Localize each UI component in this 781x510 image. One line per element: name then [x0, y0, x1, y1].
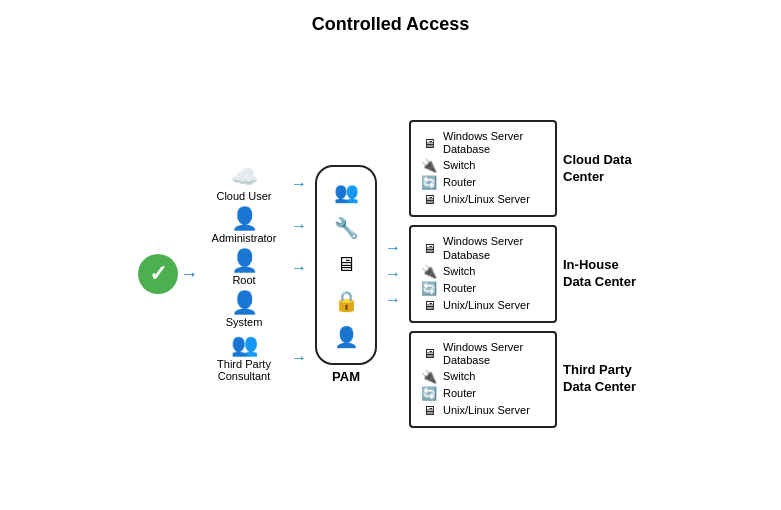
inhouse-dc-row: 🖥 Windows Server Database 🔌 Switch 🔄 Rou… [409, 225, 643, 322]
thirdparty-router-icon: 🔄 [421, 386, 437, 401]
admin-row: 👤 Administrator → [204, 208, 307, 244]
thirdparty-switch-label: Switch [443, 370, 475, 383]
thirdparty-router-label: Router [443, 387, 476, 400]
third-party-label: Third Party Consultant [204, 358, 284, 382]
cloud-dc-box: 🖥 Windows Server Database 🔌 Switch 🔄 Rou… [409, 120, 557, 217]
inhouse-server-label: Windows Server Database [443, 235, 545, 261]
cloud-dc-switch: 🔌 Switch [421, 158, 545, 173]
third-party-row: 👥 Third Party Consultant → [204, 334, 307, 382]
pam-box: 👥 🔧 🖥 🔒 👤 [315, 165, 377, 365]
cloud-user-label: Cloud User [216, 190, 271, 202]
cloud-server-icon: 🖥 [421, 136, 437, 151]
cloud-server-label: Windows Server Database [443, 130, 545, 156]
cloud-dc-row: 🖥 Windows Server Database 🔌 Switch 🔄 Rou… [409, 120, 643, 217]
cloud-user-icon: ☁️ [231, 166, 258, 188]
thirdparty-switch-icon: 🔌 [421, 369, 437, 384]
third-party-icon: 👥 [231, 334, 258, 356]
root-row: 👤 Root → [204, 250, 307, 286]
pam-icon-4: 🔒 [334, 289, 359, 313]
thirdparty-dc-router: 🔄 Router [421, 386, 545, 401]
check-icon: ✓ [138, 254, 178, 294]
cloud-user-block: ☁️ Cloud User [204, 166, 284, 202]
thirdparty-server-label: Windows Server Database [443, 341, 545, 367]
thirdparty-dc-switch: 🔌 Switch [421, 369, 545, 384]
inhouse-unix-icon: 🖥 [421, 298, 437, 313]
thirdparty-dc-name: Third Party Data Center [563, 362, 643, 396]
thirdparty-server-icon: 🖥 [421, 346, 437, 361]
pam-icon-2: 🔧 [334, 216, 359, 240]
inhouse-dc-router: 🔄 Router [421, 281, 545, 296]
system-label: System [226, 316, 263, 328]
data-centers-column: 🖥 Windows Server Database 🔌 Switch 🔄 Rou… [409, 120, 643, 428]
inhouse-dc-switch: 🔌 Switch [421, 264, 545, 279]
inhouse-switch-label: Switch [443, 265, 475, 278]
third-party-block: 👥 Third Party Consultant [204, 334, 284, 382]
cloud-router-icon: 🔄 [421, 175, 437, 190]
root-block: 👤 Root [204, 250, 284, 286]
cloud-switch-icon: 🔌 [421, 158, 437, 173]
inhouse-dc-box: 🖥 Windows Server Database 🔌 Switch 🔄 Rou… [409, 225, 557, 322]
page-title: Controlled Access [0, 0, 781, 41]
inhouse-router-label: Router [443, 282, 476, 295]
cloud-unix-icon: 🖥 [421, 192, 437, 207]
thirdparty-unix-label: Unix/Linux Server [443, 404, 530, 417]
cloud-router-label: Router [443, 176, 476, 189]
root-label: Root [232, 274, 255, 286]
users-column: ☁️ Cloud User → 👤 Administrator → 👤 Root [204, 166, 307, 382]
cloud-dc-router: 🔄 Router [421, 175, 545, 190]
thirdparty-dc-row: 🖥 Windows Server Database 🔌 Switch 🔄 Rou… [409, 331, 643, 428]
inhouse-router-icon: 🔄 [421, 281, 437, 296]
inhouse-dc-unix: 🖥 Unix/Linux Server [421, 298, 545, 313]
thirdparty-dc-server: 🖥 Windows Server Database [421, 341, 545, 367]
thirdparty-dc-unix: 🖥 Unix/Linux Server [421, 403, 545, 418]
diagram: ✓ → ☁️ Cloud User → 👤 Administrator → [0, 41, 781, 507]
cloud-unix-label: Unix/Linux Server [443, 193, 530, 206]
system-icon: 👤 [231, 292, 258, 314]
thirdparty-dc-box: 🖥 Windows Server Database 🔌 Switch 🔄 Rou… [409, 331, 557, 428]
cloud-switch-label: Switch [443, 159, 475, 172]
inhouse-switch-icon: 🔌 [421, 264, 437, 279]
pam-icon-1: 👥 [334, 180, 359, 204]
admin-label: Administrator [212, 232, 277, 244]
inhouse-unix-label: Unix/Linux Server [443, 299, 530, 312]
cloud-dc-unix: 🖥 Unix/Linux Server [421, 192, 545, 207]
root-icon: 👤 [231, 250, 258, 272]
inhouse-dc-server: 🖥 Windows Server Database [421, 235, 545, 261]
pam-label: PAM [332, 369, 360, 384]
system-row: 👤 System → [204, 292, 307, 328]
thirdparty-unix-icon: 🖥 [421, 403, 437, 418]
system-block: 👤 System [204, 292, 284, 328]
pam-icon-3: 🖥 [336, 253, 356, 276]
pam-icon-5: 👤 [334, 325, 359, 349]
cloud-dc-server: 🖥 Windows Server Database [421, 130, 545, 156]
page: Controlled Access ✓ → ☁️ Cloud User → 👤 [0, 0, 781, 510]
inhouse-server-icon: 🖥 [421, 241, 437, 256]
cloud-dc-name: Cloud Data Center [563, 152, 643, 186]
cloud-user-row: ☁️ Cloud User → [204, 166, 307, 202]
admin-icon: 👤 [231, 208, 258, 230]
inhouse-dc-name: In-House Data Center [563, 257, 643, 291]
admin-block: 👤 Administrator [204, 208, 284, 244]
